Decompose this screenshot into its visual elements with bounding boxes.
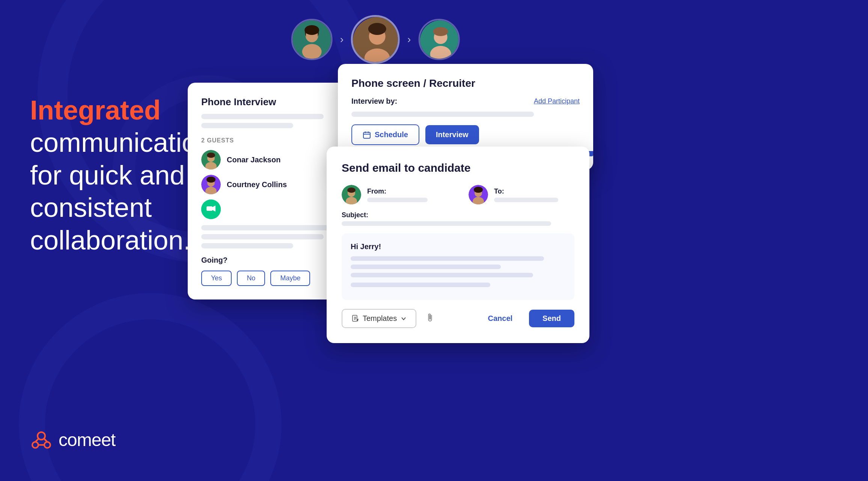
send-button[interactable]: Send — [529, 310, 574, 327]
guest-avatar-2 — [201, 175, 221, 194]
footer-left: Templates — [342, 309, 434, 328]
to-skeleton — [494, 198, 558, 202]
subject-label: Subject: — [342, 211, 574, 219]
document-icon — [351, 315, 359, 322]
guest-name-2: Courtney Collins — [227, 180, 287, 189]
add-participant-link[interactable]: Add Participant — [534, 97, 580, 105]
templates-button[interactable]: Templates — [342, 309, 416, 328]
svg-rect-29 — [206, 206, 212, 211]
email-greeting: Hi Jerry! — [351, 242, 565, 251]
interview-button[interactable]: Interview — [425, 125, 479, 144]
from-field: From: — [367, 188, 448, 202]
logo-area: comeet — [30, 428, 115, 451]
email-card-title: Send email to candidate — [342, 162, 574, 174]
to-label: To: — [494, 188, 574, 195]
guest-name-1: Conar Jackson — [227, 156, 280, 164]
cancel-button[interactable]: Cancel — [478, 310, 523, 327]
svg-line-3 — [35, 439, 38, 442]
body-skeleton-2 — [351, 265, 501, 269]
svg-point-23 — [207, 153, 215, 158]
svg-rect-31 — [363, 132, 370, 138]
phone-card-title: Phone Interview — [201, 96, 354, 108]
from-avatar — [342, 185, 361, 204]
svg-point-0 — [38, 432, 45, 440]
svg-point-1 — [32, 442, 38, 448]
svg-point-42 — [474, 187, 483, 193]
body-skeleton-3 — [351, 273, 533, 277]
svg-point-11 — [304, 25, 319, 35]
svg-point-27 — [206, 177, 215, 183]
avatar-1-image — [293, 20, 331, 59]
headline-highlight: Integrated — [30, 95, 161, 125]
bg-decoration-2 — [19, 293, 282, 481]
interview-by-row: Interview by: Add Participant — [351, 97, 580, 106]
subject-skeleton — [342, 221, 551, 226]
skeleton-2 — [201, 123, 293, 128]
from-label: From: — [367, 188, 448, 195]
comeet-logo-icon — [30, 428, 53, 451]
attachment-icon[interactable] — [425, 313, 434, 324]
calendar-icon — [363, 131, 371, 139]
avatar-1 — [291, 19, 333, 60]
body-skeleton-1 — [351, 256, 544, 261]
avatar-3 — [418, 19, 460, 60]
body-skeleton-4 — [351, 283, 490, 287]
yes-button[interactable]: Yes — [201, 271, 232, 286]
email-card: Send email to candidate From: To: — [327, 147, 589, 343]
recruiter-skeleton-1 — [351, 112, 534, 117]
svg-point-8 — [302, 44, 322, 59]
from-row: From: To: — [342, 185, 574, 204]
headline-rest: communicationfor quick andconsistentcoll… — [30, 127, 212, 255]
footer-actions: Cancel Send — [478, 310, 575, 327]
arrow-1: › — [340, 33, 344, 45]
avatar-2 — [351, 15, 400, 64]
skeleton-5 — [201, 243, 293, 248]
recruiter-card-title: Phone screen / Recruiter — [351, 77, 580, 89]
email-body: Hi Jerry! — [342, 233, 574, 300]
logo-text: comeet — [59, 430, 115, 450]
svg-point-15 — [368, 23, 386, 35]
svg-point-19 — [433, 27, 448, 36]
from-skeleton — [367, 198, 428, 202]
guest-avatar-1 — [201, 150, 221, 169]
avatar-row: › › — [291, 15, 460, 64]
svg-line-4 — [44, 439, 47, 442]
arrow-2: › — [407, 33, 411, 45]
to-field: To: — [494, 188, 574, 202]
email-footer: Templates Cancel Send — [342, 309, 574, 328]
no-button[interactable]: No — [237, 271, 265, 286]
to-avatar — [469, 185, 488, 204]
recruiter-actions: Schedule Interview — [351, 124, 580, 145]
meet-icon — [201, 200, 221, 219]
subject-row: Subject: — [342, 211, 574, 226]
schedule-button[interactable]: Schedule — [351, 124, 419, 145]
svg-point-2 — [44, 442, 50, 448]
chevron-down-icon — [401, 316, 407, 322]
guests-label: 2 GUESTS — [201, 137, 354, 144]
schedule-label: Schedule — [375, 130, 408, 139]
svg-point-38 — [347, 188, 356, 193]
skeleton-4 — [201, 234, 324, 239]
skeleton-1 — [201, 114, 324, 119]
interview-by-label: Interview by: — [351, 97, 397, 106]
maybe-button[interactable]: Maybe — [270, 271, 310, 286]
templates-label: Templates — [363, 314, 397, 323]
